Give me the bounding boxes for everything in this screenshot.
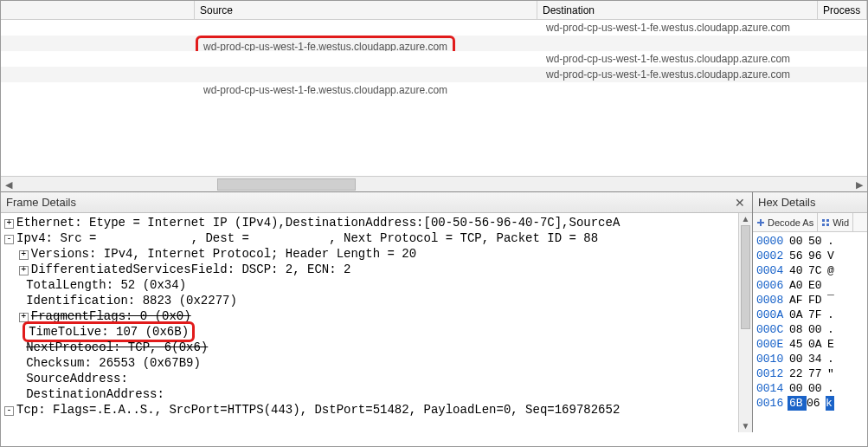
- decode-as-button[interactable]: Decode As: [753, 213, 818, 231]
- hex-details-header: Hex Details: [753, 192, 867, 213]
- svg-rect-4: [822, 224, 825, 226]
- hex-ascii: k: [826, 396, 834, 411]
- scroll-up-arrow[interactable]: ▲: [739, 213, 752, 225]
- tree-node-text: Ethernet: Etype = Internet IP (IPv4),Des…: [16, 216, 620, 230]
- tree-node[interactable]: SourceAddress:: [4, 371, 750, 386]
- hex-ascii: .: [827, 322, 836, 337]
- hex-offset: 0016: [756, 396, 789, 411]
- packet-list-header: Source Destination Process: [1, 1, 867, 20]
- tree-node[interactable]: -Ipv4: Src = , Dest = , Next Protocol = …: [4, 230, 750, 246]
- table-row[interactable]: wd-prod-cp-us-west-1-fe.westus.cloudapp.…: [1, 20, 867, 36]
- scroll-down-arrow[interactable]: ▼: [739, 420, 752, 432]
- hex-offset: 0002: [756, 249, 789, 263]
- hex-byte: 6B: [788, 396, 807, 411]
- expand-icon[interactable]: +: [19, 266, 29, 275]
- hex-byte: 00: [789, 381, 808, 396]
- hex-ascii: E: [827, 337, 836, 352]
- hex-ascii: V: [827, 249, 836, 263]
- tree-node[interactable]: +Ethernet: Etype = Internet IP (IPv4),De…: [4, 215, 750, 230]
- close-icon[interactable]: ✕: [733, 193, 747, 212]
- tree-node[interactable]: NextProtocol: TCP, 6(0x6): [4, 340, 750, 355]
- table-row[interactable]: wd-prod-cp-us-west-1-fe.westus.cloudapp.…: [1, 67, 867, 82]
- hex-offset: 000E: [756, 337, 789, 352]
- hex-row[interactable]: 00140000.: [756, 381, 864, 396]
- hex-row[interactable]: 00025696V: [756, 249, 864, 263]
- table-row[interactable]: wd-prod-cp-us-west-1-fe.westus.cloudapp.…: [1, 82, 867, 98]
- hex-offset: 0004: [756, 263, 789, 278]
- hex-byte: 34: [808, 352, 827, 366]
- tree-node[interactable]: +Versions: IPv4, Internet Protocol; Head…: [4, 246, 750, 262]
- packet-list-hscroll[interactable]: ◀ ▶: [1, 176, 867, 191]
- tree-node-text: TotalLength: 52 (0x34): [26, 278, 186, 292]
- hex-ascii: .: [827, 234, 836, 249]
- tree-node[interactable]: TimeToLive: 107 (0x6B): [4, 324, 750, 340]
- collapse-icon[interactable]: -: [4, 235, 14, 244]
- tree-node-text: DestinationAddress:: [26, 387, 164, 401]
- collapse-icon[interactable]: -: [4, 406, 14, 416]
- hex-row[interactable]: 0006A0E0: [756, 278, 864, 293]
- hex-offset: 0010: [756, 352, 789, 366]
- packet-list[interactable]: Source Destination Process wd-prod-cp-us…: [1, 1, 867, 191]
- destination-cell: wd-prod-cp-us-west-1-fe.westus.cloudapp.…: [537, 51, 818, 67]
- hex-row[interactable]: 00000050.: [756, 234, 864, 249]
- tree-node-text: Identification: 8823 (0x2277): [26, 294, 237, 308]
- hex-byte: 7C: [808, 263, 827, 278]
- hex-row[interactable]: 000E450AE: [756, 337, 864, 352]
- scroll-track[interactable]: [16, 177, 852, 192]
- frame-details-tree[interactable]: +Ethernet: Etype = Internet IP (IPv4),De…: [1, 213, 752, 432]
- hex-offset: 0006: [756, 278, 789, 293]
- tree-node[interactable]: -Tcp: Flags=.E.A..S., SrcPort=HTTPS(443)…: [4, 402, 750, 418]
- hex-row[interactable]: 000C0800.: [756, 322, 864, 337]
- scroll-thumb[interactable]: [217, 178, 356, 191]
- hex-rows[interactable]: 00000050.00025696V0004407C@0006A0E0 0008…: [753, 232, 867, 432]
- tree-node[interactable]: Checksum: 26553 (0x67B9): [4, 355, 750, 371]
- hex-row[interactable]: 00122277": [756, 366, 864, 381]
- tree-node-text: SourceAddress:: [26, 372, 128, 385]
- tree-node[interactable]: DestinationAddress:: [4, 386, 750, 402]
- expand-icon[interactable]: +: [19, 250, 29, 260]
- tree-node-text: Versions: IPv4, Internet Protocol; Heade…: [31, 247, 416, 261]
- frame-details-title: Frame Details: [6, 193, 76, 212]
- hex-byte: 77: [808, 366, 827, 381]
- destination-cell: wd-prod-cp-us-west-1-fe.westus.cloudapp.…: [537, 20, 818, 36]
- col-header-process[interactable]: Process: [818, 1, 867, 19]
- frame-details-vscroll[interactable]: ▲ ▼: [738, 213, 752, 432]
- hex-byte: 50: [808, 234, 827, 249]
- hex-ascii: ¯: [827, 293, 836, 308]
- tree-node[interactable]: +DifferentiatedServicesField: DSCP: 2, E…: [4, 262, 750, 277]
- hex-byte: 00: [808, 322, 827, 337]
- expand-icon[interactable]: +: [4, 219, 14, 229]
- hex-byte: FD: [808, 293, 827, 308]
- scroll-left-arrow[interactable]: ◀: [1, 177, 16, 192]
- hex-ascii: @: [827, 263, 836, 278]
- scroll-right-arrow[interactable]: ▶: [852, 177, 867, 192]
- source-cell: wd-prod-cp-us-west-1-fe.westus.cloudapp.…: [195, 82, 537, 98]
- col-header-source[interactable]: Source: [195, 1, 537, 19]
- tree-node[interactable]: TotalLength: 52 (0x34): [4, 277, 750, 293]
- tree-node[interactable]: Identification: 8823 (0x2277): [4, 293, 750, 308]
- destination-cell: [537, 82, 818, 98]
- table-row[interactable]: wd-prod-cp-us-west-1-fe.westus.cloudapp.…: [1, 36, 867, 51]
- table-row[interactable]: wd-prod-cp-us-west-1-fe.westus.cloudapp.…: [1, 51, 867, 67]
- hex-row[interactable]: 00100034.: [756, 352, 864, 366]
- scroll-thumb-v[interactable]: [741, 225, 750, 329]
- col-header-destination[interactable]: Destination: [537, 1, 818, 19]
- svg-rect-2: [822, 219, 825, 222]
- hex-row[interactable]: 000A0A7F.: [756, 308, 864, 322]
- hex-row[interactable]: 0004407C@: [756, 263, 864, 278]
- source-cell: wd-prod-cp-us-west-1-fe.westus.cloudapp.…: [195, 36, 537, 51]
- tree-node-text: Ipv4: Src = , Dest = , Next Protocol = T…: [16, 231, 598, 245]
- source-cell: [195, 20, 537, 36]
- hex-ascii: ": [827, 366, 836, 381]
- hex-details-pane: Hex Details Decode As Wid 00000050.00025…: [753, 191, 867, 432]
- grid-icon: [821, 218, 830, 227]
- hex-byte: 0A: [808, 337, 827, 352]
- hex-byte: 0A: [789, 308, 808, 322]
- hex-byte: 7F: [808, 308, 827, 322]
- hex-row[interactable]: 00166B06k: [756, 396, 864, 411]
- width-button[interactable]: Wid: [818, 213, 853, 231]
- hex-row[interactable]: 0008AFFD¯: [756, 293, 864, 308]
- hex-byte: 22: [789, 366, 808, 381]
- width-label: Wid: [833, 217, 849, 228]
- hex-offset: 0014: [756, 381, 789, 396]
